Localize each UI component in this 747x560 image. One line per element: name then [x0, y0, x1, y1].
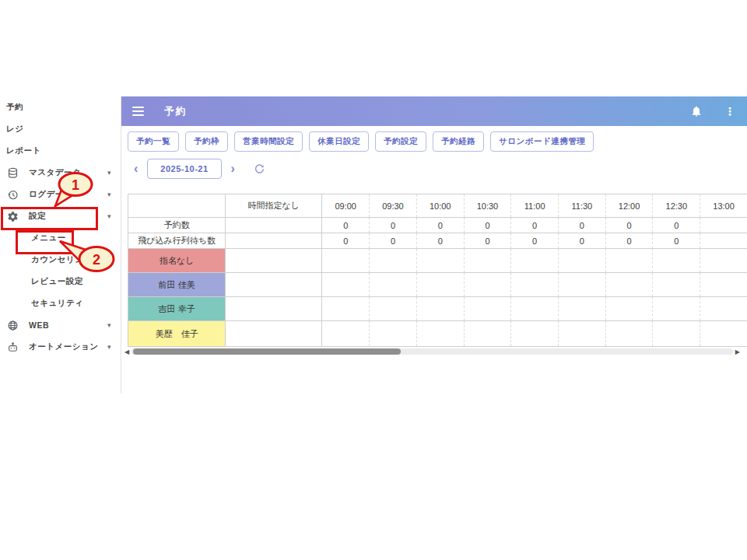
- sidebar-item-security[interactable]: セキュリティ: [0, 292, 121, 314]
- time-slot-cell[interactable]: [605, 321, 653, 347]
- time-slot-cell[interactable]: [559, 273, 606, 297]
- time-slot-cell[interactable]: [559, 297, 606, 321]
- scroll-right-icon[interactable]: ▶: [733, 348, 742, 355]
- count-cell: 0: [322, 218, 370, 233]
- time-slot-cell[interactable]: [370, 297, 417, 321]
- time-slot-cell[interactable]: [322, 297, 370, 321]
- time-slot-cell[interactable]: [700, 249, 747, 273]
- count-cell: 0: [511, 218, 559, 233]
- count-cell: [700, 233, 747, 249]
- row-label: 予約数: [128, 218, 226, 233]
- time-slot-cell[interactable]: [464, 321, 511, 347]
- time-slot-cell[interactable]: [605, 249, 653, 273]
- grid-col-header: 11:00: [511, 194, 559, 218]
- bell-icon[interactable]: [690, 105, 703, 117]
- time-slot-cell[interactable]: [653, 297, 700, 321]
- count-cell: [700, 218, 747, 233]
- time-slot-cell[interactable]: [653, 249, 700, 273]
- sidebar-item-automation[interactable]: オートメーション ▾: [0, 336, 121, 358]
- time-slot-cell[interactable]: [559, 321, 606, 347]
- time-slot-cell[interactable]: [370, 273, 417, 297]
- tab-reservation-slots[interactable]: 予約枠: [185, 131, 228, 152]
- time-slot-cell[interactable]: [511, 321, 559, 347]
- count-cell: 0: [416, 233, 464, 249]
- sidebar-item-register[interactable]: レジ: [0, 118, 121, 140]
- time-slot-cell[interactable]: [653, 321, 700, 347]
- time-slot-cell[interactable]: [559, 249, 606, 273]
- sidebar-item-web[interactable]: WEB ▾: [0, 314, 121, 336]
- time-slot-cell[interactable]: [511, 297, 559, 321]
- time-slot-cell[interactable]: [700, 321, 747, 347]
- time-slot-cell[interactable]: [416, 249, 464, 273]
- tab-reservation-route[interactable]: 予約経路: [433, 131, 484, 152]
- time-slot-cell[interactable]: [653, 273, 700, 297]
- tab-salonboard-link[interactable]: サロンボード連携管理: [490, 131, 594, 152]
- time-slot-cell[interactable]: [464, 273, 511, 297]
- time-slot-cell[interactable]: [511, 273, 559, 297]
- time-slot-cell[interactable]: [226, 297, 322, 321]
- time-slot-cell[interactable]: [416, 273, 464, 297]
- time-slot-cell[interactable]: [605, 297, 653, 321]
- time-slot-cell[interactable]: [370, 321, 417, 347]
- time-slot-cell[interactable]: [700, 297, 747, 321]
- scrollbar-track[interactable]: [132, 348, 733, 355]
- chevron-down-icon: ▾: [107, 212, 111, 220]
- sidebar-item-reservation[interactable]: 予約: [0, 96, 121, 118]
- time-slot-cell[interactable]: [700, 273, 747, 297]
- chevron-down-icon: ▾: [107, 343, 111, 351]
- tab-holiday-settings[interactable]: 休業日設定: [309, 131, 369, 152]
- database-icon: [6, 166, 19, 179]
- prev-day-button[interactable]: ‹: [128, 163, 144, 175]
- time-slot-cell[interactable]: [464, 297, 511, 321]
- time-slot-cell[interactable]: [416, 321, 464, 347]
- time-slot-cell[interactable]: [322, 249, 370, 273]
- highlight-rect-settings: [1, 207, 98, 230]
- count-cell: 0: [370, 218, 417, 233]
- date-navigation: ‹ 2025-10-21 ›: [128, 159, 265, 179]
- scroll-left-icon[interactable]: ◀: [122, 348, 132, 355]
- count-cell: [226, 218, 322, 233]
- scrollbar-thumb[interactable]: [133, 348, 401, 355]
- time-slot-cell[interactable]: [322, 273, 370, 297]
- sidebar-item-report[interactable]: レポート: [0, 140, 121, 162]
- grid-walkin-queue-row: 飛び込み行列待ち数 0 0 0 0 0 0 0 0: [128, 233, 747, 249]
- chevron-down-icon: ▾: [107, 169, 111, 177]
- svg-text:1: 1: [72, 177, 79, 193]
- grid-col-header: 12:30: [653, 194, 700, 218]
- count-cell: 0: [605, 218, 653, 233]
- grid-staff-row: 指名なし: [128, 249, 747, 273]
- time-slot-cell[interactable]: [226, 321, 322, 347]
- grid-reservation-count-row: 予約数 0 0 0 0 0 0 0 0: [128, 218, 747, 233]
- tab-bar: 予約一覧 予約枠 営業時間設定 休業日設定 予約設定 予約経路 サロンボード連携…: [128, 131, 594, 152]
- tab-reservation-list[interactable]: 予約一覧: [128, 131, 179, 152]
- next-day-button[interactable]: ›: [225, 163, 241, 175]
- grid-staff-row: 吉田 幸子: [128, 297, 747, 321]
- time-slot-cell[interactable]: [416, 297, 464, 321]
- count-cell: 0: [370, 233, 417, 249]
- time-slot-cell[interactable]: [226, 273, 322, 297]
- time-slot-cell[interactable]: [226, 249, 322, 273]
- time-slot-cell[interactable]: [511, 249, 559, 273]
- tab-reservation-settings[interactable]: 予約設定: [375, 131, 426, 152]
- robot-icon: [6, 341, 19, 353]
- grid-header-row: 時間指定なし 09:00 09:30 10:00 10:30 11:00 11:…: [128, 194, 747, 218]
- time-slot-cell[interactable]: [322, 321, 370, 347]
- staff-name-cell: 吉田 幸子: [128, 297, 226, 321]
- time-slot-cell[interactable]: [370, 249, 417, 273]
- staff-name-cell: 指名なし: [128, 249, 226, 273]
- grid-col-header: 09:00: [322, 194, 370, 218]
- count-cell: 0: [322, 233, 370, 249]
- kebab-menu-icon[interactable]: ⋮: [724, 106, 735, 117]
- date-picker[interactable]: 2025-10-21: [147, 159, 221, 179]
- count-cell: 0: [559, 218, 606, 233]
- refresh-icon[interactable]: [254, 163, 265, 175]
- count-cell: 0: [464, 233, 511, 249]
- time-slot-cell[interactable]: [605, 273, 653, 297]
- hamburger-menu-icon[interactable]: [132, 107, 144, 116]
- main-content: 予約 ⋮ 予約一覧 予約枠 営業時間設定 休業日設定 予約設定 予約経路 サロン…: [121, 96, 747, 394]
- count-cell: 0: [464, 218, 511, 233]
- tab-business-hours[interactable]: 営業時間設定: [234, 131, 303, 152]
- grid-col-header: 09:30: [370, 194, 417, 218]
- time-slot-cell[interactable]: [464, 249, 511, 273]
- grid-col-header: 11:30: [559, 194, 606, 218]
